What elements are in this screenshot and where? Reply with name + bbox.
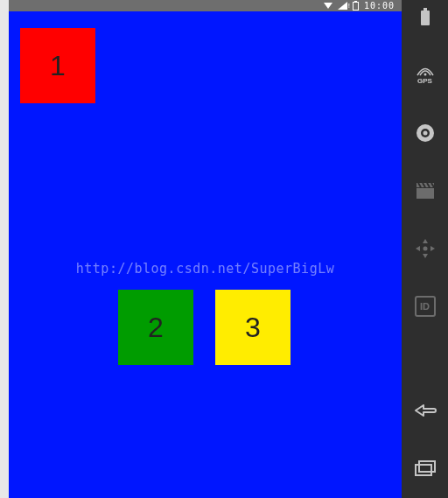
id-button[interactable]: ID [413, 294, 438, 319]
svg-rect-1 [424, 8, 427, 11]
box-three-label: 3 [245, 312, 261, 344]
dropdown-indicator-icon [324, 3, 332, 9]
svg-marker-9 [416, 246, 420, 251]
svg-rect-13 [416, 465, 431, 475]
box-three: 3 [215, 290, 290, 365]
battery-icon [353, 2, 359, 11]
app-viewport: 1 http://blog.csdn.net/SuperBigLw 2 3 [9, 11, 402, 498]
svg-point-5 [423, 131, 427, 136]
signal-icon [338, 2, 347, 10]
svg-marker-7 [423, 239, 428, 243]
svg-rect-6 [416, 188, 434, 199]
clapperboard-button[interactable] [413, 179, 438, 203]
svg-rect-14 [419, 461, 435, 472]
box-one-label: 1 [50, 50, 66, 82]
battery-button[interactable] [413, 5, 438, 30]
battery-emulator-icon [418, 8, 432, 27]
back-button[interactable] [413, 398, 438, 423]
svg-point-11 [423, 247, 427, 251]
left-margin [0, 0, 9, 498]
box-two-label: 2 [148, 312, 164, 344]
gps-button[interactable]: GPS [413, 63, 438, 88]
dpad-button[interactable] [413, 236, 438, 261]
emulator-toolbar: GPS ID [402, 0, 448, 498]
gps-signal-icon [416, 66, 435, 76]
svg-marker-8 [423, 254, 428, 258]
back-arrow-icon [413, 403, 438, 418]
box-two: 2 [118, 290, 193, 365]
svg-rect-0 [421, 11, 430, 25]
id-label: ID [420, 301, 430, 312]
svg-point-2 [424, 74, 426, 76]
clock-time: 10:00 [364, 1, 395, 11]
recents-button[interactable] [413, 456, 438, 480]
recents-icon [414, 459, 437, 477]
phone-screen: 10:00 1 http://blog.csdn.net/SuperBigLw … [9, 0, 402, 498]
gps-label: GPS [417, 77, 432, 85]
clapperboard-icon [416, 182, 435, 200]
svg-marker-10 [430, 246, 435, 251]
android-status-bar: 10:00 [9, 0, 402, 11]
dpad-icon [414, 237, 437, 260]
watermark-text: http://blog.csdn.net/SuperBigLw [9, 261, 402, 277]
camera-button[interactable] [413, 121, 438, 145]
camera-icon [415, 123, 436, 144]
box-one: 1 [20, 28, 95, 103]
